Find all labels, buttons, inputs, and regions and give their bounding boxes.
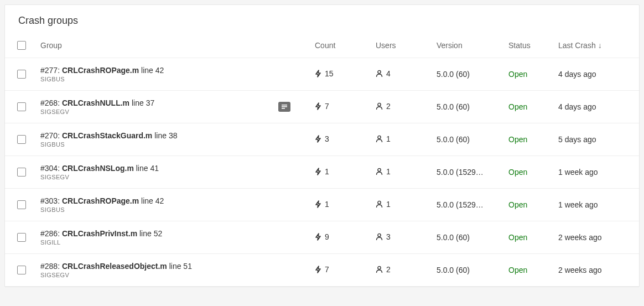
group-file: CRLCrashROPage.m xyxy=(62,66,139,75)
group-signal: SIGILL xyxy=(40,239,162,246)
version-cell: 5.0.0 (60) xyxy=(434,233,506,242)
card-title: Crash groups xyxy=(5,5,639,31)
last-crash-cell: 4 days ago xyxy=(556,102,628,111)
group-text: #268: CRLCrashNULL.m line 37 SIGSEGV xyxy=(40,98,154,115)
status-cell: Open xyxy=(506,135,556,144)
users-cell: 3 xyxy=(373,232,434,242)
version-cell: 5.0.0 (1529… xyxy=(434,200,506,209)
count-cell: 15 xyxy=(313,69,373,79)
group-id: #286: xyxy=(40,229,62,238)
users-cell: 1 xyxy=(373,200,434,210)
group-file: CRLCrashNULL.m xyxy=(62,98,129,107)
svg-point-27 xyxy=(378,266,381,269)
count-cell: 1 xyxy=(313,167,373,177)
count-value: 15 xyxy=(325,69,334,78)
group-file: CRLCrashNSLog.m xyxy=(62,164,134,173)
bolt-icon xyxy=(315,266,321,273)
table-row[interactable]: #277: CRLCrashROPage.m line 42 SIGBUS 15… xyxy=(5,58,639,91)
group-text: #270: CRLCrashStackGuard.m line 38 SIGBU… xyxy=(40,131,177,148)
status-cell: Open xyxy=(506,70,556,79)
table-header-row: Group Count Users Version Status Last Cr… xyxy=(5,31,639,58)
select-all-cell xyxy=(5,41,38,50)
group-cell: #288: CRLCrashReleasedObject.m line 51 S… xyxy=(38,262,313,278)
count-value: 1 xyxy=(325,167,329,176)
status-cell: Open xyxy=(506,266,556,274)
svg-rect-5 xyxy=(282,106,287,107)
column-header-group[interactable]: Group xyxy=(38,41,313,50)
crash-groups-table: Group Count Users Version Status Last Cr… xyxy=(5,31,639,287)
count-value: 7 xyxy=(325,265,329,274)
group-suffix: line 52 xyxy=(137,229,162,238)
last-crash-cell: 1 week ago xyxy=(556,200,628,209)
group-signal: SIGSEGV xyxy=(40,174,159,180)
row-checkbox-cell xyxy=(5,233,38,242)
row-checkbox[interactable] xyxy=(17,70,26,79)
group-id: #277: xyxy=(40,66,62,75)
count-cell: 7 xyxy=(313,265,373,275)
count-value: 1 xyxy=(325,200,329,209)
row-checkbox[interactable] xyxy=(17,266,26,274)
row-checkbox-cell xyxy=(5,102,38,111)
column-header-last-crash[interactable]: Last Crash↓ xyxy=(556,41,628,50)
table-row[interactable]: #303: CRLCrashROPage.m line 42 SIGBUS 1 … xyxy=(5,189,639,221)
row-checkbox-cell xyxy=(5,70,38,79)
users-value: 2 xyxy=(386,265,391,274)
group-id: #304: xyxy=(40,164,62,173)
select-all-checkbox[interactable] xyxy=(17,41,26,50)
row-checkbox[interactable] xyxy=(17,135,26,144)
version-cell: 5.0.0 (60) xyxy=(434,102,506,111)
group-line: #270: CRLCrashStackGuard.m line 38 xyxy=(40,131,177,140)
users-value: 2 xyxy=(386,102,391,111)
version-cell: 5.0.0 (60) xyxy=(434,70,506,79)
users-cell: 1 xyxy=(373,167,434,177)
version-cell: 5.0.0 (60) xyxy=(434,266,506,274)
row-checkbox[interactable] xyxy=(17,168,26,177)
table-row[interactable]: #270: CRLCrashStackGuard.m line 38 SIGBU… xyxy=(5,123,639,156)
column-header-users[interactable]: Users xyxy=(373,41,434,50)
table-row[interactable]: #286: CRLCrashPrivInst.m line 52 SIGILL … xyxy=(5,221,639,254)
users-cell: 2 xyxy=(373,102,434,112)
user-icon xyxy=(376,200,383,208)
column-header-version[interactable]: Version xyxy=(434,41,506,50)
group-line: #277: CRLCrashROPage.m line 42 xyxy=(40,66,164,75)
group-line: #303: CRLCrashROPage.m line 42 xyxy=(40,196,164,205)
group-file: CRLCrashPrivInst.m xyxy=(62,229,137,238)
row-checkbox-cell xyxy=(5,168,38,177)
row-checkbox[interactable] xyxy=(17,102,26,111)
count-value: 7 xyxy=(325,102,329,111)
user-icon xyxy=(376,70,383,77)
status-cell: Open xyxy=(506,168,556,177)
group-line: #286: CRLCrashPrivInst.m line 52 xyxy=(40,229,162,238)
row-checkbox[interactable] xyxy=(17,233,26,242)
count-cell: 1 xyxy=(313,200,373,210)
group-suffix: line 51 xyxy=(167,262,192,271)
count-cell: 3 xyxy=(313,134,373,144)
group-line: #288: CRLCrashReleasedObject.m line 51 xyxy=(40,262,192,271)
version-cell: 5.0.0 (60) xyxy=(434,135,506,144)
users-value: 3 xyxy=(386,232,391,241)
row-checkbox-cell xyxy=(5,200,38,209)
last-crash-cell: 5 days ago xyxy=(556,135,628,144)
note-icon xyxy=(278,102,290,112)
svg-point-15 xyxy=(378,168,381,171)
svg-rect-4 xyxy=(282,105,287,106)
status-cell: Open xyxy=(506,233,556,242)
group-cell: #304: CRLCrashNSLog.m line 41 SIGSEGV xyxy=(38,164,313,180)
table-row[interactable]: #288: CRLCrashReleasedObject.m line 51 S… xyxy=(5,254,639,287)
svg-point-23 xyxy=(378,234,381,236)
crash-groups-card: Crash groups Group Count Users Version S… xyxy=(4,4,640,287)
user-icon xyxy=(376,233,383,241)
group-text: #288: CRLCrashReleasedObject.m line 51 S… xyxy=(40,262,192,278)
column-header-count[interactable]: Count xyxy=(313,41,373,50)
row-checkbox[interactable] xyxy=(17,200,26,209)
table-row[interactable]: #268: CRLCrashNULL.m line 37 SIGSEGV 7 2… xyxy=(5,91,639,123)
svg-point-19 xyxy=(378,201,381,204)
users-value: 1 xyxy=(386,167,391,176)
group-file: CRLCrashROPage.m xyxy=(62,196,139,205)
group-id: #270: xyxy=(40,131,62,140)
table-row[interactable]: #304: CRLCrashNSLog.m line 41 SIGSEGV 1 … xyxy=(5,156,639,189)
bolt-icon xyxy=(315,233,321,241)
column-header-last-crash-label: Last Crash xyxy=(558,41,596,50)
column-header-status[interactable]: Status xyxy=(506,41,556,50)
last-crash-cell: 4 days ago xyxy=(556,70,628,79)
